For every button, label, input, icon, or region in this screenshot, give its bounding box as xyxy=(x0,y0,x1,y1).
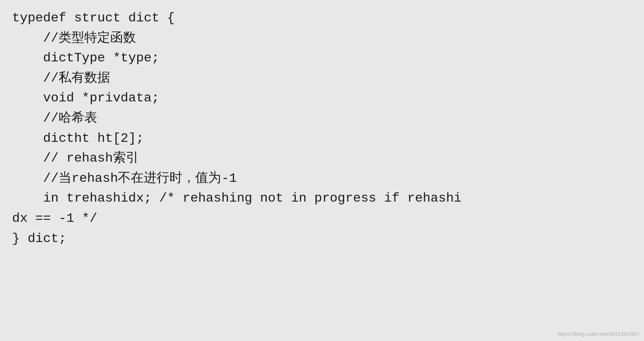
code-block: typedef struct dict { //类型特定函数 dictType … xyxy=(12,8,632,248)
code-container: typedef struct dict { //类型特定函数 dictType … xyxy=(0,0,644,341)
watermark: https://blog.csdn.net/u011307067 xyxy=(558,331,639,337)
